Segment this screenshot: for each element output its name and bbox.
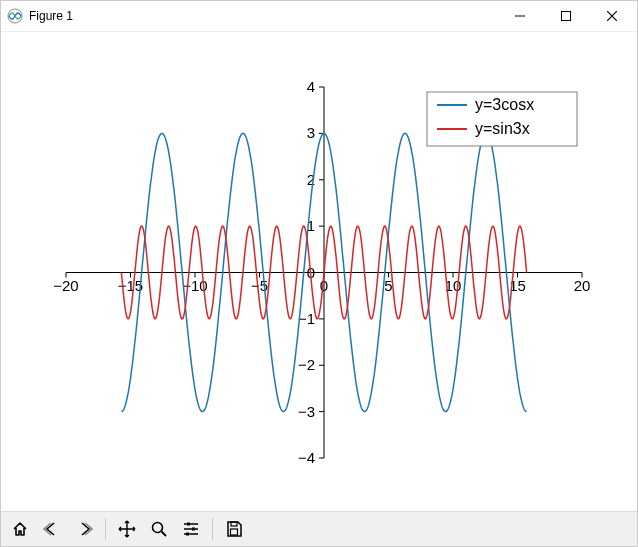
svg-text:4: 4: [307, 78, 315, 95]
save-button[interactable]: [219, 515, 249, 543]
svg-text:20: 20: [574, 277, 591, 294]
minimize-button[interactable]: [497, 1, 543, 31]
svg-text:3: 3: [307, 124, 315, 141]
window-title: Figure 1: [29, 9, 73, 23]
svg-rect-1: [562, 12, 571, 21]
legend-label: y=sin3x: [475, 120, 530, 137]
svg-text:−2: −2: [298, 356, 315, 373]
close-button[interactable]: [589, 1, 635, 31]
svg-rect-44: [192, 528, 195, 531]
plot-area: −20−15−10−505101520−4−3−2−101234y=3cosxy…: [1, 32, 637, 511]
svg-rect-43: [187, 523, 190, 526]
pan-icon: [118, 520, 136, 538]
svg-rect-47: [231, 529, 238, 535]
svg-point-42: [153, 523, 163, 533]
zoom-icon: [150, 520, 168, 538]
home-icon: [11, 520, 29, 538]
figure-window: Figure 1 −20−15−10−505101520−4−3−2−10123…: [0, 0, 638, 547]
toolbar-separator: [212, 518, 213, 540]
forward-button[interactable]: [69, 515, 99, 543]
save-icon: [225, 520, 243, 538]
maximize-icon: [561, 11, 571, 21]
svg-rect-45: [186, 533, 189, 536]
back-icon: [43, 520, 61, 538]
back-button[interactable]: [37, 515, 67, 543]
matplotlib-toolbar: [1, 511, 637, 546]
svg-text:−3: −3: [298, 403, 315, 420]
legend-label: y=3cosx: [475, 96, 534, 113]
minimize-icon: [515, 11, 525, 21]
svg-rect-46: [231, 522, 237, 526]
toolbar-separator: [105, 518, 106, 540]
pan-button[interactable]: [112, 515, 142, 543]
maximize-button[interactable]: [543, 1, 589, 31]
zoom-button[interactable]: [144, 515, 174, 543]
forward-icon: [75, 520, 93, 538]
titlebar: Figure 1: [1, 1, 637, 32]
plot-canvas: −20−15−10−505101520−4−3−2−101234y=3cosxy…: [1, 32, 637, 513]
svg-text:−4: −4: [298, 449, 315, 466]
close-icon: [607, 11, 617, 21]
app-logo-icon: [7, 8, 23, 24]
home-button[interactable]: [5, 515, 35, 543]
configure-button[interactable]: [176, 515, 206, 543]
sliders-icon: [182, 520, 200, 538]
svg-text:−20: −20: [53, 277, 78, 294]
